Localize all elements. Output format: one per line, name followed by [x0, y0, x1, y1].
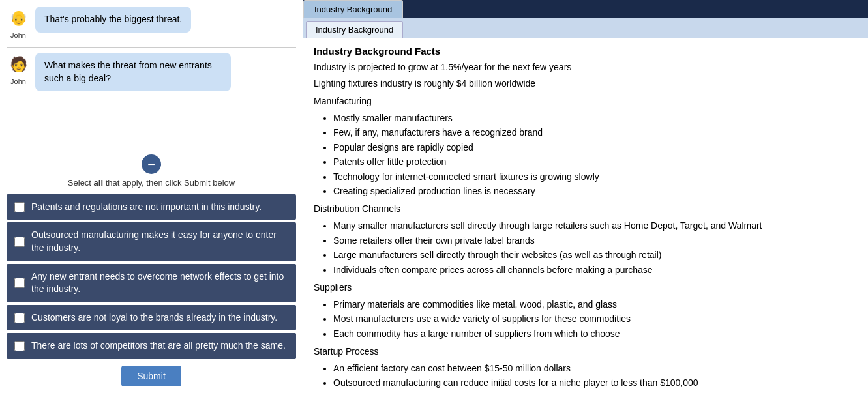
list-item: The regulations are simple and straightf… [333, 390, 858, 393]
quiz-instruction-bold: all [94, 178, 103, 188]
tab-bar-top: Industry Background [303, 0, 868, 18]
option-label-2: Outsourced manufacturing makes it easy f… [31, 229, 288, 254]
list-item: Individuals often compare prices across … [333, 263, 858, 277]
section-startup-title: Startup Process [314, 345, 858, 358]
option-checkbox-3[interactable] [14, 278, 25, 288]
chat-area: 👴 John That's probably the biggest threa… [0, 0, 303, 154]
option-checkbox-4[interactable] [14, 313, 25, 323]
minus-icon[interactable]: − [142, 154, 161, 174]
section-distribution-list: Many smaller manufacturers sell directly… [333, 218, 858, 277]
option-row-2[interactable]: Outsourced manufacturing makes it easy f… [7, 222, 296, 261]
section-suppliers-list: Primary materials are commodities like m… [333, 297, 858, 341]
list-item: Some retailers offer their own private l… [333, 233, 858, 248]
option-label-4: Customers are not loyal to the brands al… [31, 312, 277, 325]
avatar-label-1: John [10, 31, 26, 39]
list-item: Each commodity has a large number of sup… [333, 327, 858, 341]
submit-button[interactable]: Submit [121, 366, 181, 386]
section-startup-list: An efficient factory can cost between $1… [333, 361, 858, 393]
quiz-section: − Select all that apply, then click Subm… [0, 154, 303, 393]
option-row-4[interactable]: Customers are not loyal to the brands al… [7, 305, 296, 331]
list-item: Most manufacturers use a wide variety of… [333, 312, 858, 326]
chat-message: 👴 John That's probably the biggest threa… [7, 7, 296, 39]
option-row-3[interactable]: Any new entrant needs to overcome networ… [7, 264, 296, 302]
list-item: Popular designs are rapidly copied [333, 140, 858, 154]
content-line-2: Lighting fixtures industry is roughly $4… [314, 77, 858, 91]
section-suppliers-title: Suppliers [314, 281, 858, 295]
list-item: Large manufacturers sell directly throug… [333, 248, 858, 262]
option-checkbox-1[interactable] [14, 202, 25, 212]
content-line-1: Industry is projected to grow at 1.5%/ye… [314, 61, 858, 74]
avatar-wrapper-1: 👴 John [7, 7, 30, 39]
right-panel: Industry Background Industry Background … [303, 0, 868, 393]
content-heading: Industry Background Facts [314, 46, 858, 57]
option-label-1: Patents and regulations are not importan… [31, 201, 262, 214]
option-label-5: There are lots of competitors that are a… [31, 340, 286, 353]
list-item: Few, if any, manufacturers have a recogn… [333, 125, 858, 139]
tab-bar-sub: Industry Background [303, 18, 868, 38]
section-manufacturing-title: Manufacturing [314, 95, 858, 108]
content-area: Industry Background Facts Industry is pr… [303, 38, 868, 393]
bubble-1: That's probably the biggest threat. [35, 7, 191, 33]
chat-message-2: 🧑 John What makes the threat from new en… [7, 53, 296, 91]
bubble-2: What makes the threat from new entrants … [35, 53, 231, 91]
minus-button-area: − [7, 154, 296, 174]
tab-sub-industry-background[interactable]: Industry Background [306, 21, 403, 38]
list-item: Many smaller manufacturers sell directly… [333, 218, 858, 233]
option-checkbox-2[interactable] [14, 237, 25, 247]
quiz-instruction: Select all that apply, then click Submit… [7, 178, 296, 188]
list-item: Outsourced manufacturing can reduce init… [333, 375, 858, 390]
list-item: Technology for internet-connected smart … [333, 169, 858, 184]
avatar-2: 🧑 [7, 53, 30, 76]
avatar-label-2: John [10, 78, 26, 85]
avatar-1: 👴 [7, 7, 30, 30]
section-manufacturing-list: Mostly smaller manufacturers Few, if any… [333, 111, 858, 198]
list-item: Mostly smaller manufacturers [333, 111, 858, 125]
list-item: Creating specialized production lines is… [333, 184, 858, 198]
avatar-wrapper-2: 🧑 John [7, 53, 30, 85]
option-label-3: Any new entrant needs to overcome networ… [31, 270, 288, 296]
left-panel: 👴 John That's probably the biggest threa… [0, 0, 303, 393]
list-item: An efficient factory can cost between $1… [333, 361, 858, 375]
list-item: Patents offer little protection [333, 154, 858, 169]
option-row-5[interactable]: There are lots of competitors that are a… [7, 333, 296, 359]
option-checkbox-5[interactable] [14, 341, 25, 351]
divider [7, 47, 296, 48]
section-distribution-title: Distribution Channels [314, 202, 858, 216]
tab-top-industry-background[interactable]: Industry Background [303, 0, 403, 18]
option-row-1[interactable]: Patents and regulations are not importan… [7, 194, 296, 220]
list-item: Primary materials are commodities like m… [333, 297, 858, 312]
